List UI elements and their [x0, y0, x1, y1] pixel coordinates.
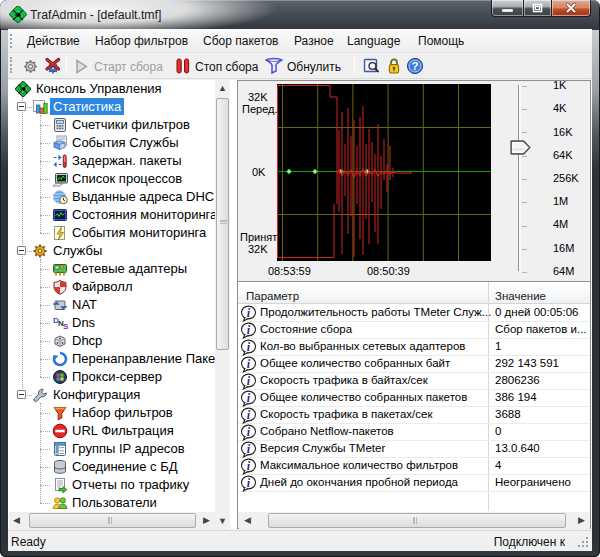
- svg-text:?: ?: [411, 60, 418, 72]
- svg-text:S: S: [63, 322, 68, 331]
